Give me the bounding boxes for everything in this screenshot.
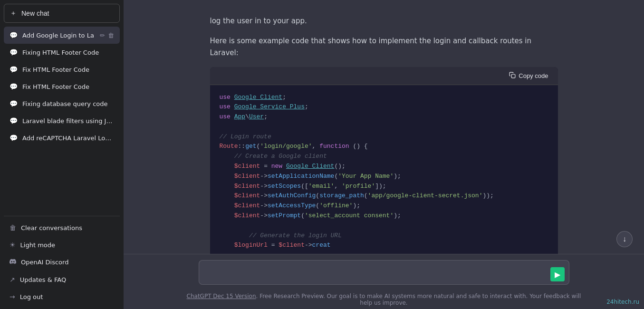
- chat-item[interactable]: 💬 Fixing database query code: [4, 95, 120, 112]
- discord-icon: [10, 258, 16, 266]
- chat-icon: 💬: [10, 31, 18, 39]
- discord-label: OpenAI Discord: [21, 259, 68, 266]
- chevron-down-icon: ↓: [623, 235, 626, 243]
- new-chat-label: New chat: [21, 10, 49, 17]
- watermark: 24hitech.ru: [606, 299, 639, 305]
- chat-item-label: Fixing database query code: [22, 100, 114, 107]
- trash-icon: 🗑: [10, 224, 16, 232]
- delete-icon[interactable]: 🗑: [108, 32, 114, 39]
- edit-icon[interactable]: ✏️: [100, 32, 105, 39]
- code-block: Copy code use Google_Client; use Google_…: [210, 67, 558, 254]
- footer-body: . Free Research Preview. Our goal is to …: [256, 293, 581, 306]
- discord-button[interactable]: OpenAI Discord: [4, 253, 120, 271]
- svg-rect-0: [512, 74, 516, 78]
- copy-code-label: Copy code: [519, 72, 548, 79]
- chat-icon: 💬: [10, 117, 18, 125]
- description-text: Here is some example code that shows how…: [210, 35, 558, 59]
- send-icon: ▶: [555, 270, 560, 279]
- chat-icon: 💬: [10, 83, 18, 90]
- logout-icon: →: [10, 293, 15, 300]
- chat-item-label: Laravel blade filters using Java: [22, 117, 114, 125]
- chat-icon: 💬: [10, 66, 18, 73]
- chat-item[interactable]: 💬 Fix HTML Footer Code: [4, 61, 120, 78]
- chat-item[interactable]: 💬 Laravel blade filters using Java: [4, 112, 120, 129]
- external-link-icon: ↗: [10, 276, 15, 283]
- clear-conversations-label: Clear conversations: [21, 224, 82, 232]
- chat-item-label: Fix HTML Footer Code: [22, 83, 114, 90]
- new-chat-button[interactable]: ＋ New chat: [4, 4, 120, 23]
- chat-item[interactable]: 💬 Fixing HTML Footer Code: [4, 44, 120, 61]
- footer: ChatGPT Dec 15 Version. Free Research Pr…: [170, 290, 598, 309]
- main-area: log the user in to your app. Here is som…: [124, 0, 644, 309]
- light-mode-button[interactable]: ☀ Light mode: [4, 236, 120, 253]
- sun-icon: ☀: [10, 241, 16, 249]
- copy-code-button[interactable]: Copy code: [506, 71, 551, 81]
- chat-item-label: Add reCAPTCHA Laravel Login: [22, 135, 114, 142]
- chat-item[interactable]: 💬 Add reCAPTCHA Laravel Login: [4, 129, 120, 146]
- sidebar: ＋ New chat 💬 Add Google Login to La ✏️ 🗑…: [0, 0, 124, 309]
- chat-item-label: Add Google Login to La: [22, 32, 95, 39]
- light-mode-label: Light mode: [20, 241, 55, 249]
- chat-item[interactable]: 💬 Fix HTML Footer Code: [4, 78, 120, 95]
- chat-list: 💬 Add Google Login to La ✏️ 🗑 💬 Fixing H…: [4, 27, 120, 213]
- chat-input[interactable]: [199, 260, 569, 285]
- faq-button[interactable]: ↗ Updates & FAQ: [4, 271, 120, 288]
- chat-item-label: Fixing HTML Footer Code: [22, 49, 114, 56]
- sidebar-divider: [4, 216, 120, 216]
- chat-icon: 💬: [10, 48, 18, 56]
- chat-icon: 💬: [10, 134, 18, 142]
- faq-label: Updates & FAQ: [20, 276, 66, 283]
- logout-label: Log out: [20, 293, 43, 300]
- input-area: ▶: [124, 254, 644, 290]
- chat-icon: 💬: [10, 100, 18, 107]
- plus-icon: ＋: [10, 9, 17, 18]
- code-content: use Google_Client; use Google_Service_Pl…: [210, 85, 558, 254]
- scroll-down-button[interactable]: ↓: [616, 231, 633, 247]
- chat-item-actions: ✏️ 🗑: [100, 32, 114, 39]
- copy-icon: [509, 72, 516, 80]
- message-block: log the user in to your app. Here is som…: [199, 10, 569, 254]
- code-block-header: Copy code: [210, 67, 558, 85]
- footer-link[interactable]: ChatGPT Dec 15 Version: [187, 293, 256, 299]
- input-wrapper: ▶: [199, 260, 569, 286]
- intro-text: log the user in to your app.: [210, 15, 558, 28]
- logout-button[interactable]: → Log out: [4, 288, 120, 305]
- chat-item[interactable]: 💬 Add Google Login to La ✏️ 🗑: [4, 27, 120, 44]
- send-button[interactable]: ▶: [550, 267, 565, 281]
- sidebar-bottom: 🗑 Clear conversations ☀ Light mode OpenA…: [4, 219, 120, 305]
- chat-item-label: Fix HTML Footer Code: [22, 66, 114, 73]
- chat-area: log the user in to your app. Here is som…: [124, 0, 644, 254]
- clear-conversations-button[interactable]: 🗑 Clear conversations: [4, 219, 120, 236]
